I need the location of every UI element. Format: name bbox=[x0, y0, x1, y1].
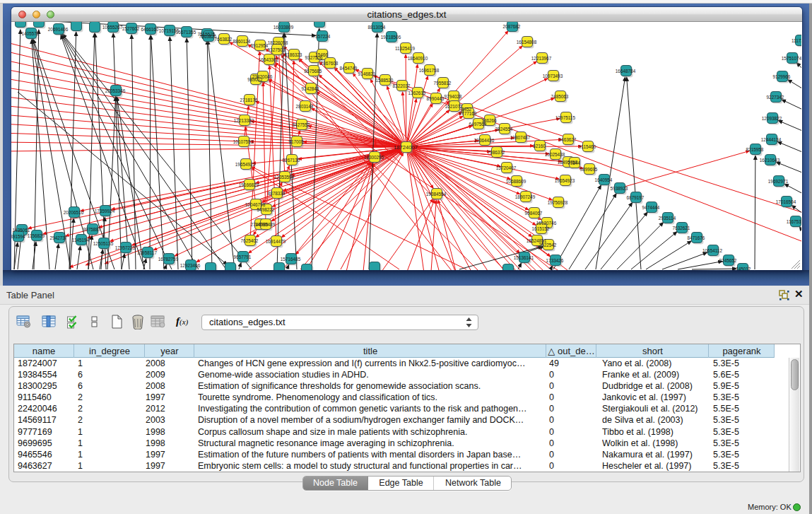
svg-text:1733426: 1733426 bbox=[546, 258, 564, 263]
svg-text:19756928: 19756928 bbox=[548, 200, 568, 205]
svg-text:5938923: 5938923 bbox=[611, 186, 628, 191]
svg-text:15720407: 15720407 bbox=[496, 165, 517, 170]
svg-text:8675685: 8675685 bbox=[305, 69, 322, 74]
svg-text:12353594: 12353594 bbox=[274, 175, 295, 180]
svg-text:9115460: 9115460 bbox=[579, 144, 596, 149]
svg-text:16648784: 16648784 bbox=[616, 69, 636, 74]
svg-text:12975115: 12975115 bbox=[555, 115, 575, 120]
svg-text:9975887: 9975887 bbox=[83, 227, 101, 232]
svg-text:18907249: 18907249 bbox=[515, 194, 536, 199]
svg-text:7986372: 7986372 bbox=[488, 150, 505, 155]
svg-text:15716485: 15716485 bbox=[281, 257, 301, 262]
svg-text:9084067: 9084067 bbox=[525, 211, 543, 216]
svg-text:19218506: 19218506 bbox=[381, 35, 401, 40]
svg-text:9327503: 9327503 bbox=[268, 47, 286, 52]
svg-text:15136141: 15136141 bbox=[514, 255, 534, 260]
svg-text:1621072: 1621072 bbox=[445, 104, 463, 109]
svg-text:5498222: 5498222 bbox=[257, 207, 275, 212]
svg-text:917005: 917005 bbox=[288, 139, 304, 144]
svg-text:8990443: 8990443 bbox=[427, 96, 445, 101]
svg-text:18640910: 18640910 bbox=[408, 56, 428, 61]
svg-text:12505135: 12505135 bbox=[93, 241, 114, 246]
svg-text:20364436: 20364436 bbox=[474, 138, 495, 143]
svg-text:2942737: 2942737 bbox=[50, 235, 68, 240]
svg-text:1117270: 1117270 bbox=[792, 38, 801, 43]
svg-text:16671355: 16671355 bbox=[176, 30, 196, 35]
svg-text:1145194: 1145194 bbox=[72, 238, 90, 243]
svg-text:16782759: 16782759 bbox=[158, 257, 179, 262]
svg-text:10655267: 10655267 bbox=[102, 25, 123, 30]
svg-text:10025438: 10025438 bbox=[545, 152, 565, 157]
svg-text:19384554: 19384554 bbox=[426, 192, 447, 197]
svg-text:7663822: 7663822 bbox=[215, 37, 233, 42]
svg-text:2867608: 2867608 bbox=[321, 61, 339, 66]
svg-text:8471676: 8471676 bbox=[688, 235, 705, 240]
svg-text:9745012: 9745012 bbox=[734, 267, 751, 270]
svg-text:9474444: 9474444 bbox=[642, 205, 660, 210]
svg-text:9227342: 9227342 bbox=[767, 95, 784, 100]
svg-text:11325419: 11325419 bbox=[395, 46, 415, 51]
svg-text:8267130: 8267130 bbox=[283, 158, 300, 163]
svg-text:79844: 79844 bbox=[567, 160, 580, 165]
svg-text:12213382: 12213382 bbox=[234, 118, 254, 123]
svg-text:17359924: 17359924 bbox=[95, 209, 115, 214]
svg-text:16210643: 16210643 bbox=[760, 158, 780, 163]
svg-text:8215958: 8215958 bbox=[746, 147, 764, 152]
svg-text:9129966: 9129966 bbox=[773, 74, 791, 79]
svg-text:7955812: 7955812 bbox=[434, 81, 452, 86]
svg-text:16961758: 16961758 bbox=[419, 68, 440, 73]
svg-text:10107553: 10107553 bbox=[233, 139, 254, 144]
svg-text:8878334: 8878334 bbox=[268, 191, 286, 196]
svg-text:1527602: 1527602 bbox=[122, 26, 140, 31]
svg-text:8186323: 8186323 bbox=[285, 52, 302, 57]
svg-text:19654923: 19654923 bbox=[235, 162, 256, 167]
svg-text:7357224: 7357224 bbox=[313, 34, 331, 39]
svg-text:10807487: 10807487 bbox=[510, 135, 531, 140]
svg-text:16033809: 16033809 bbox=[273, 25, 294, 30]
svg-text:6879197: 6879197 bbox=[627, 195, 645, 200]
svg-text:10973493: 10973493 bbox=[543, 74, 563, 78]
svg-text:6466160: 6466160 bbox=[141, 27, 159, 32]
svg-text:10046798: 10046798 bbox=[245, 202, 266, 207]
svg-text:2935114: 2935114 bbox=[659, 216, 676, 221]
svg-text:9657791: 9657791 bbox=[234, 255, 252, 259]
svg-text:2087682: 2087682 bbox=[503, 24, 521, 29]
svg-text:6497568: 6497568 bbox=[469, 122, 487, 127]
svg-text:9242843: 9242843 bbox=[302, 86, 319, 91]
svg-text:9899695: 9899695 bbox=[580, 167, 598, 172]
svg-text:12213967: 12213967 bbox=[531, 56, 552, 61]
svg-text:16543362: 16543362 bbox=[259, 57, 279, 62]
svg-text:10958117: 10958117 bbox=[137, 250, 157, 255]
svg-text:9146821: 9146821 bbox=[358, 71, 376, 76]
svg-text:8860124: 8860124 bbox=[233, 39, 251, 44]
svg-text:15751074: 15751074 bbox=[782, 56, 801, 61]
svg-text:1588520: 1588520 bbox=[376, 78, 394, 83]
svg-text:12923466: 12923466 bbox=[180, 263, 201, 268]
svg-text:10654112: 10654112 bbox=[702, 248, 722, 253]
svg-text:9777169: 9777169 bbox=[459, 111, 477, 116]
svg-text:8912954: 8912954 bbox=[251, 43, 269, 48]
svg-text:7625402: 7625402 bbox=[241, 238, 259, 243]
svg-text:16914479: 16914479 bbox=[266, 239, 286, 244]
svg-text:1640954: 1640954 bbox=[595, 177, 613, 182]
svg-text:19654923: 19654923 bbox=[555, 178, 575, 183]
svg-text:20206516: 20206516 bbox=[64, 210, 84, 215]
svg-text:9463627: 9463627 bbox=[559, 137, 577, 142]
svg-text:17016504: 17016504 bbox=[776, 199, 796, 204]
svg-text:19166829: 19166829 bbox=[239, 182, 259, 187]
svg-text:9794028: 9794028 bbox=[445, 94, 462, 99]
svg-text:1156829: 1156829 bbox=[28, 233, 45, 238]
svg-text:8427552: 8427552 bbox=[293, 122, 310, 127]
svg-text:62160: 62160 bbox=[533, 144, 546, 148]
svg-text:1362615: 1362615 bbox=[408, 90, 426, 95]
svg-text:16120746: 16120746 bbox=[536, 221, 557, 226]
svg-text:1167533: 1167533 bbox=[787, 219, 801, 224]
svg-text:15466: 15466 bbox=[315, 52, 328, 57]
svg-text:8454749: 8454749 bbox=[340, 66, 358, 71]
svg-text:18724007: 18724007 bbox=[394, 144, 418, 151]
svg-text:29053346: 29053346 bbox=[105, 88, 126, 93]
svg-text:23420046: 23420046 bbox=[252, 74, 273, 79]
svg-text:1615152: 1615152 bbox=[532, 226, 550, 231]
svg-text:8322037: 8322037 bbox=[393, 83, 411, 88]
svg-text:9245652: 9245652 bbox=[719, 258, 737, 263]
